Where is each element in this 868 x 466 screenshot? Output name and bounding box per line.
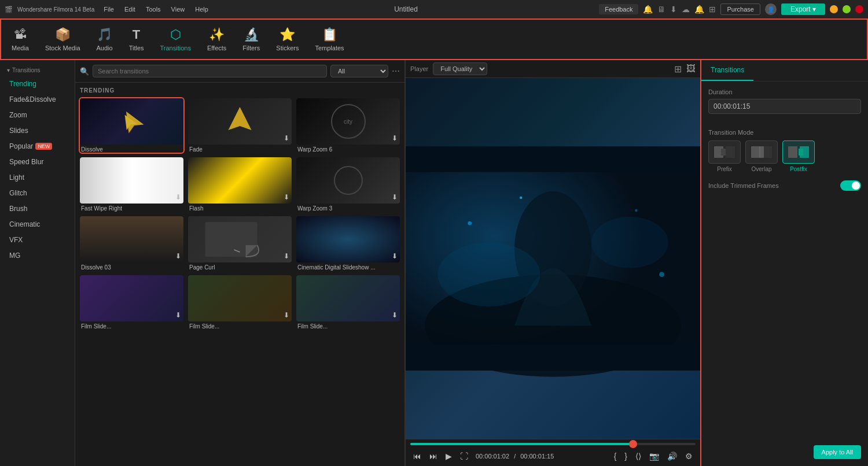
postfix-mode-icon bbox=[782, 140, 815, 164]
dissolve-03-label: Dissolve 03 bbox=[80, 264, 183, 271]
grid-item-fade[interactable]: ⬇ Fade bbox=[188, 98, 292, 153]
fullscreen-button[interactable]: ⛶ bbox=[457, 450, 471, 463]
progress-handle[interactable] bbox=[629, 440, 637, 448]
feedback-button[interactable]: Feedback bbox=[599, 4, 638, 14]
grid-item-fast-wipe-right[interactable]: ⬇ Fast Wipe Right bbox=[80, 157, 183, 212]
grid-view-icon[interactable]: ⊞ bbox=[674, 64, 682, 75]
sidebar-item-mg[interactable]: MG bbox=[2, 248, 72, 263]
sidebar-item-slides[interactable]: Slides bbox=[2, 123, 72, 138]
minimize-button[interactable] bbox=[830, 5, 838, 13]
menu-tools[interactable]: Tools bbox=[141, 5, 165, 14]
bell-icon[interactable]: 🔔 bbox=[643, 5, 653, 14]
toolbar-stickers[interactable]: ⭐ Stickers bbox=[268, 22, 307, 57]
sidebar-item-trending[interactable]: Trending bbox=[2, 76, 72, 91]
warp-zoom-3-label: Warp Zoom 3 bbox=[296, 205, 400, 212]
prefix-mode-icon bbox=[708, 140, 741, 164]
grid-item-dissolve-03[interactable]: ⬇ Dissolve 03 bbox=[80, 216, 183, 271]
purchase-button[interactable]: Purchase bbox=[720, 3, 760, 15]
grid-item-cinematic[interactable]: ⬇ Cinematic Digital Slideshow ... bbox=[296, 216, 400, 271]
menu-file[interactable]: File bbox=[99, 5, 119, 14]
trending-label: TRENDING bbox=[80, 87, 400, 94]
svg-point-11 bbox=[591, 217, 668, 268]
duration-input[interactable] bbox=[708, 99, 861, 114]
sidebar-item-speed-blur[interactable]: Speed Blur bbox=[2, 154, 72, 169]
transitions-grid: TRENDING Dissolve bbox=[75, 83, 404, 466]
app-name: Wondershare Filmora 14 Beta bbox=[17, 6, 94, 13]
mark-out-button[interactable]: } bbox=[621, 450, 630, 463]
quality-select[interactable]: Full Quality 1/2 Quality 1/4 Quality bbox=[433, 62, 487, 75]
user-avatar[interactable]: 👤 bbox=[765, 3, 777, 15]
toolbar-effects[interactable]: ✨ Effects bbox=[199, 22, 234, 57]
film1-label: Film Slide... bbox=[80, 323, 183, 330]
maximize-button[interactable] bbox=[843, 5, 851, 13]
page-curl-label: Page Curl bbox=[188, 264, 292, 271]
export-button[interactable]: Export ▾ bbox=[781, 3, 825, 15]
download-icon-f1: ⬇ bbox=[175, 311, 181, 319]
progress-bar[interactable] bbox=[410, 443, 696, 445]
menu-help[interactable]: Help bbox=[190, 5, 213, 14]
grid-item-page-curl[interactable]: ⬇ Page Curl bbox=[188, 216, 292, 271]
sidebar-item-vfx[interactable]: VFX bbox=[2, 232, 72, 247]
mode-prefix[interactable]: Prefix bbox=[708, 140, 741, 172]
screenshot-btn[interactable]: 📷 bbox=[646, 450, 662, 463]
toolbar-transitions[interactable]: ⬡ Transitions bbox=[152, 22, 199, 57]
play-button[interactable]: ▶ bbox=[443, 450, 455, 463]
cloud-icon[interactable]: ☁ bbox=[682, 5, 690, 14]
sidebar-item-glitch[interactable]: Glitch bbox=[2, 186, 72, 201]
monitor-icon[interactable]: 🖥 bbox=[657, 5, 665, 14]
download-icon-pc: ⬇ bbox=[284, 252, 289, 260]
more-options-icon[interactable]: ⋯ bbox=[392, 66, 400, 76]
progress-fill bbox=[410, 443, 633, 445]
video-placeholder bbox=[406, 78, 700, 439]
sidebar-item-cinematic[interactable]: Cinematic bbox=[2, 217, 72, 232]
close-button[interactable] bbox=[855, 5, 863, 13]
notification-icon[interactable]: 🔔 bbox=[694, 5, 704, 14]
sidebar-item-popular[interactable]: Popular NEW bbox=[2, 139, 72, 154]
sidebar-item-brush[interactable]: Brush bbox=[2, 201, 72, 216]
toolbar-media[interactable]: 📽 Media bbox=[3, 22, 37, 57]
mode-postfix[interactable]: Postfix bbox=[782, 140, 815, 172]
effects-icon: ✨ bbox=[209, 27, 225, 42]
tab-transitions[interactable]: Transitions bbox=[701, 60, 753, 81]
toolbar-titles[interactable]: T Titles bbox=[121, 22, 152, 57]
search-icon: 🔍 bbox=[80, 67, 89, 76]
search-input[interactable] bbox=[93, 65, 327, 77]
toolbar-audio[interactable]: 🎵 Audio bbox=[89, 22, 121, 57]
titlebar-menu: File Edit Tools View Help bbox=[99, 5, 213, 14]
grid-item-warp-zoom-6[interactable]: city ⬇ Warp Zoom 6 bbox=[296, 98, 400, 153]
ctrl-right: { } ⟨⟩ 📷 🔊 ⚙ bbox=[611, 450, 696, 463]
apply-to-all-button[interactable]: Apply to All bbox=[814, 445, 861, 459]
download-icon[interactable]: ⬇ bbox=[670, 5, 677, 14]
grid-item-film3[interactable]: ⬇ Film Slide... bbox=[296, 275, 400, 330]
toolbar-stock-media[interactable]: 📦 Stock Media bbox=[37, 22, 89, 57]
sidebar-item-zoom[interactable]: Zoom bbox=[2, 108, 72, 123]
filter-select[interactable]: All Downloaded bbox=[330, 65, 388, 77]
right-panel: Transitions Duration Transition Mode bbox=[700, 60, 868, 466]
grid-item-flash[interactable]: ⬇ Flash bbox=[188, 157, 292, 212]
grid-item-dissolve[interactable]: Dissolve bbox=[80, 98, 183, 153]
sidebar-item-light[interactable]: Light bbox=[2, 170, 72, 185]
screenshot-icon[interactable]: 🖼 bbox=[686, 64, 696, 75]
step-back-button[interactable]: ⏭ bbox=[426, 450, 440, 463]
sidebar-section-transitions[interactable]: ▾ Transitions bbox=[0, 65, 75, 76]
skip-back-button[interactable]: ⏮ bbox=[410, 450, 424, 463]
prev-frame-button[interactable]: ⟨⟩ bbox=[632, 450, 644, 463]
menu-edit[interactable]: Edit bbox=[120, 5, 140, 14]
audio-btn[interactable]: 🔊 bbox=[664, 450, 680, 463]
grid-item-film1[interactable]: ⬇ Film Slide... bbox=[80, 275, 183, 330]
grid-icon[interactable]: ⊞ bbox=[709, 5, 716, 14]
grid-item-film2[interactable]: ⬇ Film Slide... bbox=[188, 275, 292, 330]
trimmed-frames-row: Include Trimmed Frames bbox=[708, 180, 861, 191]
toolbar-templates[interactable]: 📋 Templates bbox=[307, 22, 352, 57]
sidebar-item-fade-dissolve[interactable]: Fade&Dissolve bbox=[2, 92, 72, 107]
mode-overlap[interactable]: Overlap bbox=[745, 140, 778, 172]
mark-in-button[interactable]: { bbox=[611, 450, 620, 463]
toolbar-filters[interactable]: 🔬 Filters bbox=[234, 22, 268, 57]
svg-rect-21 bbox=[759, 146, 764, 158]
trimmed-frames-label: Include Trimmed Frames bbox=[708, 182, 779, 189]
menu-view[interactable]: View bbox=[167, 5, 190, 14]
grid-item-warp-zoom-3[interactable]: ⬇ Warp Zoom 3 bbox=[296, 157, 400, 212]
settings-btn[interactable]: ⚙ bbox=[682, 450, 696, 463]
toolbar: 📽 Media 📦 Stock Media 🎵 Audio T Titles ⬡… bbox=[0, 19, 868, 60]
trimmed-toggle[interactable] bbox=[840, 180, 861, 191]
